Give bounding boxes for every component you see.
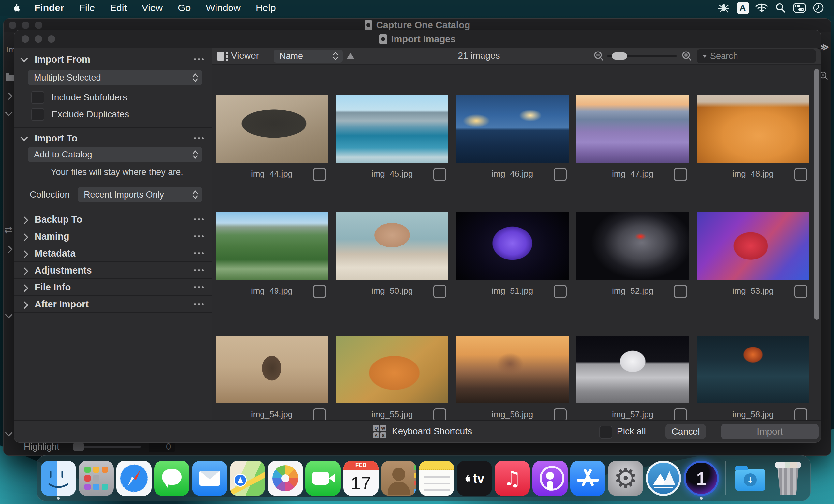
section-naming[interactable]: Naming [14, 227, 212, 244]
section-options-ellipsis[interactable] [194, 252, 204, 254]
pick-checkbox[interactable] [313, 168, 326, 181]
clock-icon[interactable] [811, 1, 826, 14]
image-thumbnail[interactable] [216, 212, 328, 280]
pick-checkbox[interactable] [794, 409, 807, 421]
cancel-button[interactable]: Cancel [665, 424, 706, 439]
pick-checkbox[interactable] [433, 285, 446, 298]
zoom-in-icon[interactable] [681, 50, 692, 62]
dock-maps-icon[interactable] [229, 457, 266, 499]
pick-checkbox[interactable] [794, 168, 807, 181]
disclosure-down-icon[interactable] [21, 134, 28, 141]
chevron-down-icon[interactable] [5, 109, 13, 116]
highlight-slider[interactable] [73, 446, 141, 447]
close-button[interactable] [22, 35, 29, 43]
swap-arrows-icon[interactable]: ⇄ [4, 224, 13, 235]
dock-launchpad-icon[interactable] [78, 457, 114, 499]
dock-music-icon[interactable]: ♫ [494, 457, 530, 499]
section-options-ellipsis[interactable] [194, 235, 204, 237]
disclosure-right-icon[interactable] [21, 268, 28, 275]
dock-safari-icon[interactable] [116, 457, 152, 499]
dock-capture-one-icon[interactable]: 1 [683, 457, 720, 499]
scrollbar-thumb[interactable] [814, 69, 819, 320]
image-thumbnail[interactable] [336, 212, 448, 280]
pick-checkbox[interactable] [313, 285, 326, 298]
disclosure-right-icon[interactable] [21, 217, 28, 224]
section-options-ellipsis[interactable] [194, 58, 204, 60]
pick-checkbox[interactable] [433, 409, 446, 421]
section-options-ellipsis[interactable] [194, 269, 204, 271]
image-cell[interactable]: img_50.jpg [336, 212, 448, 298]
sort-by-dropdown[interactable]: Name [273, 49, 343, 63]
chevron-right-icon[interactable] [5, 93, 13, 100]
spotlight-icon[interactable] [773, 1, 788, 14]
drweb-spider-icon[interactable] [717, 1, 731, 14]
window-traffic-lights[interactable] [9, 22, 42, 29]
image-cell[interactable]: img_44.jpg [216, 95, 328, 181]
image-thumbnail[interactable] [216, 95, 328, 163]
dock-messages-icon[interactable] [154, 457, 190, 499]
pick-checkbox[interactable] [674, 409, 687, 421]
section-options-ellipsis[interactable] [194, 218, 204, 220]
image-cell[interactable]: img_49.jpg [216, 212, 328, 298]
pick-checkbox[interactable] [313, 409, 326, 421]
image-cell[interactable]: img_53.jpg [697, 212, 809, 298]
dock-photos-icon[interactable] [267, 457, 304, 499]
section-metadata[interactable]: Metadata [14, 244, 212, 261]
viewer-toggle[interactable]: Viewer [231, 50, 259, 61]
dock-notes-icon[interactable] [418, 457, 455, 499]
import-destination-dropdown[interactable]: Add to Catalog [28, 147, 202, 162]
section-adjustments[interactable]: Adjustments [14, 261, 212, 279]
search-scope-chevron-icon[interactable] [702, 55, 707, 58]
image-thumbnail[interactable] [697, 212, 809, 280]
apple-menu[interactable] [10, 3, 27, 13]
pick-checkbox[interactable] [554, 285, 567, 298]
image-cell[interactable]: img_51.jpg [456, 212, 569, 298]
image-thumbnail[interactable] [216, 336, 328, 403]
disclosure-right-icon[interactable] [21, 285, 28, 292]
image-thumbnail[interactable] [576, 336, 689, 403]
pick-all-checkbox[interactable] [599, 426, 612, 439]
image-thumbnail[interactable] [697, 95, 809, 163]
import-source-dropdown[interactable]: Multiple Selected [28, 70, 202, 85]
image-cell[interactable]: img_56.jpg [456, 336, 569, 421]
chevron-down-icon[interactable] [5, 429, 13, 437]
zoom-button[interactable] [48, 35, 55, 43]
section-options-ellipsis[interactable] [194, 286, 204, 288]
zoom-out-icon[interactable] [593, 50, 604, 62]
import-button[interactable]: Import [721, 424, 819, 439]
input-source-icon[interactable]: A [736, 1, 750, 14]
control-center-icon[interactable] [792, 1, 807, 14]
vertical-scrollbar[interactable] [814, 69, 819, 418]
menu-item-view[interactable]: View [134, 0, 170, 16]
include-subfolders-checkbox[interactable] [31, 91, 44, 104]
dock-calendar-icon[interactable]: FEB 17 [343, 457, 379, 499]
search-field[interactable] [697, 49, 816, 63]
dialog-traffic-lights[interactable] [22, 35, 55, 43]
menu-item-help[interactable]: Help [248, 0, 283, 16]
image-thumbnail[interactable] [576, 95, 689, 163]
image-cell[interactable]: img_48.jpg [697, 95, 809, 181]
sort-ascending-icon[interactable] [347, 53, 354, 59]
collection-dropdown[interactable]: Recent Imports Only [78, 187, 202, 202]
section-backup-to[interactable]: Backup To [14, 211, 212, 227]
pick-checkbox[interactable] [674, 285, 687, 298]
close-button[interactable] [9, 22, 16, 29]
dock-downloads-icon[interactable]: ↓ [732, 457, 768, 499]
section-import-to[interactable]: Import To [14, 130, 212, 146]
pick-checkbox[interactable] [794, 285, 807, 298]
search-input[interactable] [709, 51, 821, 62]
chevron-right-icon[interactable] [5, 246, 13, 253]
image-thumbnail[interactable] [697, 336, 809, 403]
pick-checkbox[interactable] [554, 168, 567, 181]
keyboard-shortcuts-link[interactable]: Keyboard Shortcuts [392, 426, 472, 437]
section-options-ellipsis[interactable] [194, 137, 204, 139]
section-import-from[interactable]: Import From [14, 51, 212, 67]
menu-item-edit[interactable]: Edit [102, 0, 134, 16]
wifi-alert-icon[interactable] [754, 1, 769, 14]
image-thumbnail[interactable] [456, 336, 569, 403]
image-cell[interactable]: img_54.jpg [216, 336, 328, 421]
viewer-layout-icon[interactable] [217, 51, 228, 61]
image-thumbnail[interactable] [456, 95, 569, 163]
folder-icon[interactable] [5, 75, 14, 81]
image-cell[interactable]: img_52.jpg [576, 212, 689, 298]
